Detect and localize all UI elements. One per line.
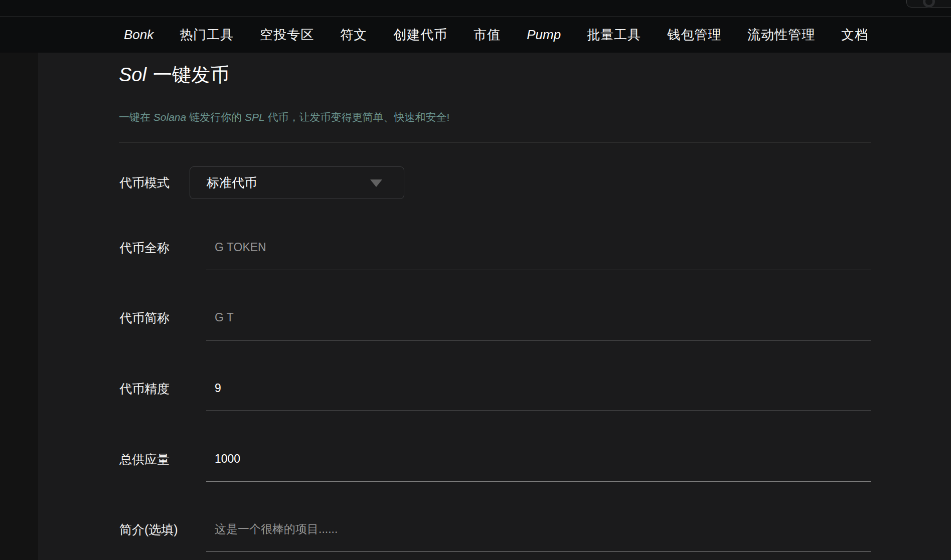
token-mode-value: 标准代币 xyxy=(207,167,257,199)
settings-button[interactable] xyxy=(906,0,951,8)
token-supply-input[interactable] xyxy=(206,437,871,481)
nav-item-8[interactable]: 钱包管理 xyxy=(667,26,721,44)
subtitle-solana: Solana xyxy=(153,111,186,123)
token-description-input[interactable] xyxy=(206,507,871,551)
token-description-field xyxy=(206,507,871,552)
nav-item-1[interactable]: 热门工具 xyxy=(180,26,234,44)
token-symbol-input[interactable] xyxy=(206,295,871,340)
token-decimals-input[interactable] xyxy=(206,366,871,411)
gear-icon xyxy=(923,0,935,8)
token-name-input[interactable] xyxy=(206,225,871,270)
nav-item-7[interactable]: 批量工具 xyxy=(587,26,641,44)
nav-item-3[interactable]: 符文 xyxy=(340,26,367,44)
page-title: Sol一键发币 xyxy=(119,63,229,86)
nav-item-6[interactable]: Pump xyxy=(527,27,561,43)
subtitle-text: 链发行你的 xyxy=(186,111,245,123)
token-description-label: 简介(选填) xyxy=(119,507,178,552)
subtitle-spl: SPL xyxy=(245,111,265,123)
token-supply-field xyxy=(206,437,871,482)
token-decimals-label: 代币精度 xyxy=(119,366,170,411)
nav-list: Bonk热门工具空投专区符文创建代币市值Pump批量工具钱包管理流动性管理文档 xyxy=(0,17,951,53)
nav-item-9[interactable]: 流动性管理 xyxy=(747,26,815,44)
token-mode-select[interactable]: 标准代币 xyxy=(190,166,404,199)
nav-item-4[interactable]: 创建代币 xyxy=(393,26,447,44)
header-topbar: Bonk热门工具空投专区符文创建代币市值Pump批量工具钱包管理流动性管理文档 xyxy=(0,0,951,53)
nav-item-0[interactable]: Bonk xyxy=(124,27,153,43)
nav-item-10[interactable]: 文档 xyxy=(841,26,868,44)
token-decimals-field xyxy=(206,366,871,411)
subtitle-text: 一键在 xyxy=(119,111,153,123)
token-mode-label: 代币模式 xyxy=(119,166,170,199)
page-title-rest: 一键发币 xyxy=(153,64,229,85)
token-name-label: 代币全称 xyxy=(119,225,170,270)
section-divider xyxy=(119,142,871,142)
subtitle-text: 代币，让发币变得更简单、快速和安全! xyxy=(265,111,450,123)
token-symbol-field xyxy=(206,295,871,340)
token-supply-label: 总供应量 xyxy=(119,437,170,482)
token-name-field xyxy=(206,225,871,270)
token-symbol-label: 代币简称 xyxy=(119,295,170,340)
page-subtitle: 一键在 Solana 链发行你的 SPL 代币，让发币变得更简单、快速和安全! xyxy=(119,110,449,124)
nav-item-2[interactable]: 空投专区 xyxy=(260,26,314,44)
page-title-brand: Sol xyxy=(119,64,146,85)
nav-item-5[interactable]: 市值 xyxy=(473,26,501,44)
chevron-down-icon xyxy=(370,179,382,187)
